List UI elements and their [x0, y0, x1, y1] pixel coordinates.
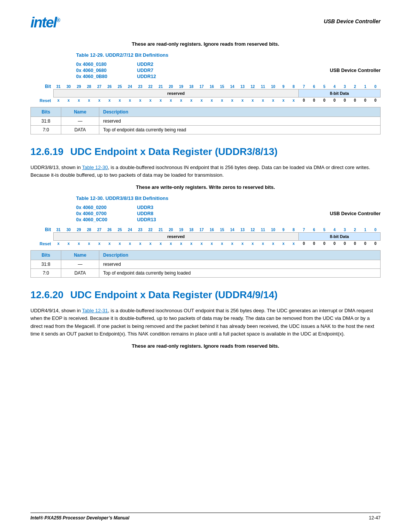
- intel-logo: intel®: [30, 15, 59, 30]
- section-number-20: 12.6.20: [30, 289, 64, 300]
- field-label-row-2: reserved 8-bit Data: [30, 232, 381, 241]
- reset-label-1: Reset: [30, 98, 53, 103]
- footer-page-number: 12-47: [369, 515, 381, 521]
- th-name-1: Name: [61, 107, 99, 117]
- body-text-19: UDDR3/8/13, shown in Table 12-30, is a d…: [30, 164, 381, 179]
- table-row: 31:8 — reserved: [31, 260, 381, 269]
- section-title-19: UDC Endpoint x Data Register (UDDR3/8/13…: [70, 146, 278, 157]
- def-table-2: Bits Name Description 31:8 — reserved 7:…: [30, 250, 381, 278]
- th-desc-1: Description: [99, 107, 381, 117]
- header-title: USB Device Controller: [324, 18, 381, 24]
- reset-cells-2: xxxxxxxxxxxxxxxxxxxxxxxx00000000: [53, 241, 381, 246]
- td-name-2-1: DATA: [61, 269, 99, 278]
- reg-name-2-2: UDDR13: [137, 217, 213, 222]
- reset-cells-1: xxxxxxxxxxxxxxxxxxxxxxxx00000000: [53, 97, 381, 103]
- td-bits-1-0: 31:8: [31, 117, 61, 126]
- page-header: intel® USB Device Controller: [30, 15, 381, 30]
- section-heading-20: 12.6.20UDC Endpoint x Data Register (UDD…: [30, 289, 381, 301]
- addr-val-2-0: 0x 4060_0200: [76, 205, 137, 210]
- bit-numbers-2: 3130292827262524232221201918171615141312…: [53, 228, 381, 232]
- write-only-note: These are write-only registers. Write ze…: [30, 184, 381, 190]
- addr-val-1-1: 0x 4060_0680: [76, 68, 137, 73]
- td-name-1-0: —: [61, 117, 99, 126]
- page-footer: Intel® PXA255 Processor Developer’s Manu…: [30, 513, 381, 521]
- addr-val-2-2: 0x 4060_0C00: [76, 217, 137, 222]
- table-link-30: Table 12-30: [82, 165, 108, 170]
- body-text-20: UDDR4/9/14, shown in Table 12-31, is a d…: [30, 307, 381, 338]
- th-desc-2: Description: [99, 251, 381, 260]
- field-reserved-1: reserved: [54, 89, 299, 97]
- udc-label-1-wrap: USB Device Controller: [213, 62, 381, 79]
- reg-name-1-2: UDDR12: [137, 74, 213, 79]
- udc-label-2-wrap: USB Device Controller: [213, 205, 381, 222]
- reg-name-2-0: UDDR3: [137, 205, 213, 210]
- section-heading-19: 12.6.19UDC Endpoint x Data Register (UDD…: [30, 146, 381, 158]
- td-desc-1-0: reserved: [99, 117, 381, 126]
- td-bits-2-0: 31:8: [31, 260, 61, 269]
- section-title-20: UDC Endpoint x Data Register (UDDR4/9/14…: [70, 289, 278, 300]
- td-desc-2-1: Top of endpoint data currently being loa…: [99, 269, 381, 278]
- th-bits-2: Bits: [31, 251, 61, 260]
- section-number-19: 12.6.19: [30, 146, 64, 157]
- addr-val-1-2: 0x 4060_0B80: [76, 74, 137, 79]
- table-title-1: Table 12-29. UDDR2/7/12 Bit Definitions: [76, 52, 381, 58]
- field-data-1: 8-bit Data: [299, 89, 380, 97]
- reg-name-1-0: UDDR2: [137, 62, 213, 67]
- td-desc-2-0: reserved: [99, 260, 381, 269]
- read-only-note-1: These are read-only registers. Ignore re…: [30, 41, 381, 47]
- th-bits-1: Bits: [31, 107, 61, 117]
- bit-label-1: Bit: [30, 84, 53, 89]
- reg-col-2: UDDR3 UDDR8 UDDR13: [137, 205, 213, 222]
- addr-val-1-0: 0x 4060_0180: [76, 62, 137, 67]
- addr-col-1: 0x 4060_0180 0x 4060_0680 0x 4060_0B80: [76, 62, 137, 79]
- td-name-1-1: DATA: [61, 126, 99, 134]
- th-name-2: Name: [61, 251, 99, 260]
- section-table-12-29: These are read-only registers. Ignore re…: [30, 41, 381, 134]
- footer-manual-title: Intel® PXA255 Processor Developer’s Manu…: [30, 515, 129, 521]
- addr-val-2-1: 0x 4060_0700: [76, 211, 137, 216]
- reg-name-1-1: UDDR7: [137, 68, 213, 73]
- addr-col-2: 0x 4060_0200 0x 4060_0700 0x 4060_0C00: [76, 205, 137, 222]
- bit-label-2: Bit: [30, 227, 53, 232]
- addr-info-2: 0x 4060_0200 0x 4060_0700 0x 4060_0C00 U…: [76, 205, 381, 222]
- bit-diagram-1: Bit 313029282726252423222120191817161514…: [30, 84, 381, 103]
- reset-row-1: Reset xxxxxxxxxxxxxxxxxxxxxxxx00000000: [30, 97, 381, 103]
- page: intel® USB Device Controller These are r…: [0, 0, 411, 532]
- reg-name-2-1: UDDR8: [137, 211, 213, 216]
- td-bits-1-1: 7:0: [31, 126, 61, 134]
- table-row: 7:0 DATA Top of endpoint data currently …: [31, 126, 381, 134]
- udc-label-1: USB Device Controller: [330, 68, 381, 73]
- field-label-row-1: reserved 8-bit Data: [30, 89, 381, 97]
- reset-label-2: Reset: [30, 241, 53, 246]
- reg-col-1: UDDR2 UDDR7 UDDR12: [137, 62, 213, 79]
- bit-header-1: Bit 313029282726252423222120191817161514…: [30, 84, 381, 89]
- read-only-note-2: These are read-only registers. Ignore re…: [30, 343, 381, 349]
- bit-numbers-1: 3130292827262524232221201918171615141312…: [53, 85, 381, 89]
- def-table-1: Bits Name Description 31:8 — reserved 7:…: [30, 107, 381, 134]
- table-row: 7:0 DATA Top of endpoint data currently …: [31, 269, 381, 278]
- table-link-31: Table 12-31: [82, 308, 108, 313]
- section-12-6-19: 12.6.19UDC Endpoint x Data Register (UDD…: [30, 146, 381, 278]
- field-reserved-2: reserved: [54, 233, 299, 240]
- bit-diagram-2: Bit 313029282726252423222120191817161514…: [30, 227, 381, 246]
- table-row: 31:8 — reserved: [31, 117, 381, 126]
- td-desc-1-1: Top of endpoint data currently being rea…: [99, 126, 381, 134]
- td-bits-2-1: 7:0: [31, 269, 61, 278]
- bit-header-2: Bit 313029282726252423222120191817161514…: [30, 227, 381, 232]
- reset-row-2: Reset xxxxxxxxxxxxxxxxxxxxxxxx00000000: [30, 241, 381, 246]
- udc-label-2: USB Device Controller: [330, 211, 381, 216]
- td-name-2-0: —: [61, 260, 99, 269]
- section-12-6-20: 12.6.20UDC Endpoint x Data Register (UDD…: [30, 289, 381, 349]
- table-title-2: Table 12-30. UDDR3/8/13 Bit Definitions: [76, 195, 381, 201]
- addr-info-1: 0x 4060_0180 0x 4060_0680 0x 4060_0B80 U…: [76, 62, 381, 79]
- field-data-2: 8-bit Data: [299, 233, 380, 240]
